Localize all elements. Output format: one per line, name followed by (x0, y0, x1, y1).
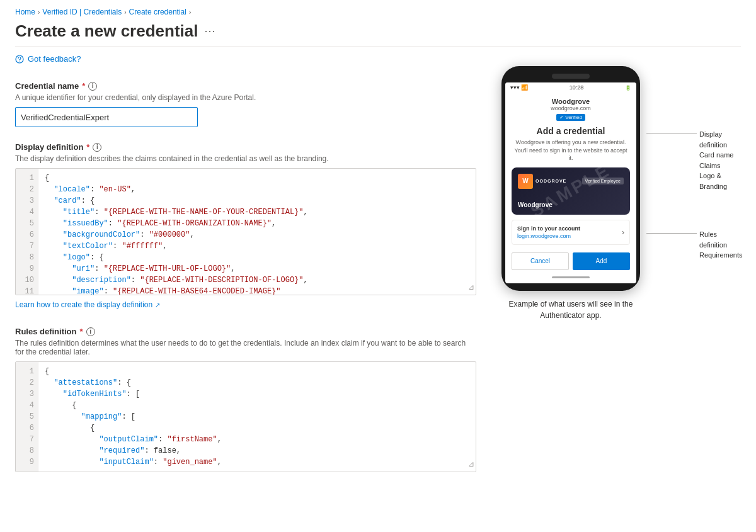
cred-card-header: W OODGROVE Verified Employee (518, 174, 624, 189)
rules-code-body[interactable]: { "attestations": { "idTokenHints": [ { … (38, 362, 476, 472)
cred-logo-text: OODGROVE (536, 179, 566, 183)
phone-add-credential-subtitle: Woodgrove is offering you a new credenti… (512, 139, 630, 162)
credential-name-desc: A unique identifier for your credential,… (15, 93, 476, 102)
phone-wrapper: ▾▾▾ 📶 10:28 🔋 Woodgrove woodgrove.com (501, 66, 640, 291)
phone-annotations-area: ▾▾▾ 📶 10:28 🔋 Woodgrove woodgrove.com (501, 66, 741, 321)
svg-point-0 (16, 55, 23, 63)
phone-signin-text: Sign in to your account (517, 225, 622, 232)
breadcrumb-sep1: › (38, 9, 40, 16)
content-layout: Credential name * i A unique identifier … (15, 66, 741, 472)
rules-annotation: Rules definition Requirements (646, 229, 742, 261)
display-definition-label: Display definition * i (15, 142, 476, 152)
phone-frame: ▾▾▾ 📶 10:28 🔋 Woodgrove woodgrove.com (501, 66, 640, 291)
feedback-icon (15, 55, 24, 64)
cred-org: Woodgrove (518, 201, 624, 208)
display-definition-desc: The display definition describes the cla… (15, 154, 476, 163)
phone-home-bar (552, 276, 590, 278)
phone-signin: Sign in to your account login.woodgrove.… (512, 220, 630, 245)
cred-logo-w: W (518, 174, 533, 189)
phone-cancel-button[interactable]: Cancel (512, 252, 569, 270)
display-definition-section: Display definition * i The display defin… (15, 142, 476, 309)
breadcrumb-home[interactable]: Home (15, 8, 35, 16)
display-definition-info-icon[interactable]: i (93, 143, 101, 152)
breadcrumb-sep2: › (124, 9, 126, 16)
breadcrumb-create-credential[interactable]: Create credential (129, 8, 186, 16)
phone-signin-left: Sign in to your account login.woodgrove.… (517, 225, 622, 239)
phone-status-bar: ▾▾▾ 📶 10:28 🔋 (505, 82, 636, 93)
credential-name-input[interactable] (15, 107, 198, 127)
learn-display-link[interactable]: Learn how to create the display definiti… (15, 300, 160, 309)
required-star-rules: * (80, 327, 83, 336)
breadcrumb-verified-id[interactable]: Verified ID | Credentials (42, 8, 122, 16)
display-annotation-text: Display definition Card name Claims Logo… (697, 129, 733, 191)
required-star-display: * (86, 142, 89, 152)
main-content: Home › Verified ID | Credentials › Creat… (0, 0, 756, 532)
display-annotation-line (646, 133, 697, 133)
feedback-button[interactable]: Got feedback? (15, 54, 741, 64)
verified-badge-center: ✓ Verified (512, 114, 630, 126)
rules-annotation-text: Rules definition Requirements (697, 229, 742, 261)
rules-definition-section: Rules definition * i The rules definitio… (15, 327, 476, 472)
display-line-numbers: 1234567891011 (16, 169, 38, 295)
breadcrumb: Home › Verified ID | Credentials › Creat… (15, 0, 741, 21)
phone-signin-chevron: › (622, 228, 624, 237)
credential-card: W OODGROVE Verified Employee Woodgrove S… (512, 167, 630, 215)
phone-org-name: Woodgrove (512, 98, 630, 105)
page-title-row: Create a new credential ··· (15, 21, 741, 41)
phone-caption: Example of what users will see in the Au… (501, 298, 640, 321)
rules-definition-desc: The rules definition determines what the… (15, 339, 476, 356)
page-title: Create a new credential (15, 21, 198, 41)
rules-definition-label: Rules definition * i (15, 327, 476, 336)
verified-badge: ✓ Verified (556, 114, 585, 121)
phone-time: 10:28 (570, 84, 584, 91)
rules-resize-handle[interactable]: ⊿ (468, 459, 474, 470)
phone-buttons: Cancel Add (512, 250, 630, 274)
feedback-label: Got feedback? (28, 54, 81, 64)
form-area: Credential name * i A unique identifier … (15, 66, 476, 472)
cred-type-label: Verified Employee (582, 178, 624, 184)
phone-notch (552, 74, 590, 79)
resize-handle[interactable]: ⊿ (468, 282, 474, 293)
display-code-body[interactable]: { "locale": "en-US", "card": { "title": … (38, 169, 476, 295)
cred-logo-area: W OODGROVE (518, 174, 566, 189)
required-star-name: * (82, 81, 85, 91)
credential-name-label: Credential name * i (15, 81, 476, 91)
annotations-container: Display definition Card name Claims Logo… (646, 129, 742, 261)
credential-name-section: Credential name * i A unique identifier … (15, 81, 476, 127)
phone-add-button[interactable]: Add (573, 252, 630, 270)
phone-signal: ▾▾▾ 📶 (510, 84, 528, 91)
phone-screen: ▾▾▾ 📶 10:28 🔋 Woodgrove woodgrove.com (505, 82, 636, 283)
phone-add-credential-title: Add a credential (512, 126, 630, 136)
phone-status-icons: 🔋 (625, 85, 631, 91)
svg-point-1 (19, 60, 20, 61)
rules-line-numbers: 123456789 (16, 362, 38, 472)
breadcrumb-sep3: › (189, 9, 191, 16)
rules-definition-editor[interactable]: 123456789 { "attestations": { "idTokenHi… (15, 361, 476, 472)
rules-definition-info-icon[interactable]: i (86, 327, 95, 336)
page-more-button[interactable]: ··· (204, 25, 215, 38)
external-link-icon: ↗ (155, 302, 160, 308)
title-divider (15, 46, 741, 47)
phone-content: Woodgrove woodgrove.com ✓ Verified Add a… (505, 93, 636, 283)
display-annotation: Display definition Card name Claims Logo… (646, 129, 742, 191)
phone-org-domain: woodgrove.com (512, 105, 630, 111)
display-definition-editor[interactable]: 1234567891011 { "locale": "en-US", "card… (15, 168, 476, 295)
rules-annotation-line (646, 233, 697, 234)
phone-signin-link: login.woodgrove.com (517, 233, 622, 239)
credential-name-info-icon[interactable]: i (88, 82, 97, 91)
